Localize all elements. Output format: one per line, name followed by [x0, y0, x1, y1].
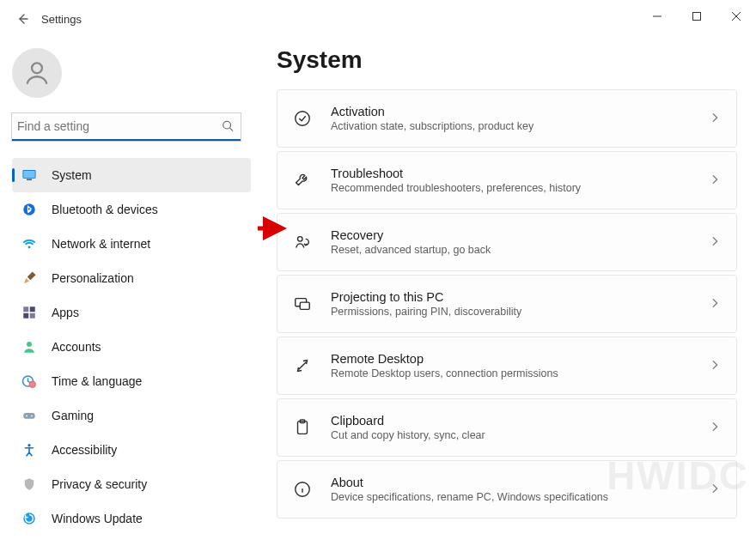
svg-point-12 [28, 246, 31, 248]
back-button[interactable] [5, 0, 40, 38]
setting-subtitle: Activation state, subscriptions, product… [331, 120, 690, 132]
sidebar-item-label: Accounts [52, 340, 101, 354]
sidebar-item-label: Personalization [52, 271, 134, 285]
back-arrow-icon [15, 12, 29, 26]
setting-text: Activation Activation state, subscriptio… [331, 105, 690, 132]
setting-clipboard[interactable]: Clipboard Cut and copy history, sync, cl… [277, 398, 737, 457]
troubleshoot-icon [293, 171, 312, 190]
search-icon [222, 120, 234, 135]
main-content: System Activation Activation state, subs… [258, 38, 756, 540]
setting-remote-desktop[interactable]: Remote Desktop Remote Desktop users, con… [277, 337, 737, 395]
svg-point-19 [29, 381, 36, 388]
svg-rect-15 [23, 313, 28, 319]
setting-title: Projecting to this PC [331, 290, 690, 304]
sidebar-item-label: Network & internet [52, 237, 150, 251]
svg-line-7 [230, 128, 234, 131]
svg-rect-2 [693, 13, 701, 21]
setting-subtitle: Permissions, pairing PIN, discoverabilit… [331, 306, 690, 318]
setting-about[interactable]: About Device specifications, rename PC, … [277, 460, 737, 519]
setting-subtitle: Device specifications, rename PC, Window… [331, 491, 690, 503]
setting-text: Projecting to this PC Permissions, pairi… [331, 290, 690, 318]
window-controls [637, 8, 756, 30]
svg-rect-9 [23, 171, 35, 178]
projecting-icon [293, 294, 312, 313]
recovery-icon [293, 233, 312, 252]
svg-rect-10 [27, 179, 32, 181]
sidebar-item-label: Accessibility [52, 443, 117, 457]
page-title: System [277, 46, 737, 74]
sidebar-item-label: Gaming [52, 409, 94, 422]
svg-rect-28 [300, 302, 309, 309]
svg-rect-13 [23, 306, 28, 312]
svg-rect-14 [30, 306, 35, 312]
sidebar-item-accounts[interactable]: Accounts [12, 330, 251, 364]
svg-point-25 [296, 112, 310, 126]
sidebar-item-label: Windows Update [52, 512, 143, 525]
sidebar-item-personalization[interactable]: Personalization [12, 261, 251, 295]
svg-point-17 [27, 342, 32, 347]
setting-troubleshoot[interactable]: Troubleshoot Recommended troubleshooters… [277, 151, 737, 209]
chevron-right-icon [709, 482, 721, 497]
setting-text: Clipboard Cut and copy history, sync, cl… [331, 414, 690, 441]
minimize-icon [653, 12, 662, 21]
setting-subtitle: Recommended troubleshooters, preferences… [331, 182, 690, 194]
activation-icon [293, 109, 312, 128]
sidebar-item-system[interactable]: System [12, 158, 251, 192]
titlebar: Settings [0, 0, 756, 38]
shield-icon [21, 476, 38, 493]
sidebar-item-label: System [52, 168, 92, 182]
svg-point-23 [27, 444, 30, 446]
setting-title: About [331, 476, 690, 489]
sidebar-item-time-language[interactable]: Time & language [12, 364, 251, 398]
sidebar-item-bluetooth-devices[interactable]: Bluetooth & devices [12, 192, 251, 227]
svg-point-26 [298, 237, 303, 242]
sidebar-item-accessibility[interactable]: Accessibility [12, 433, 251, 467]
setting-text: Troubleshoot Recommended troubleshooters… [331, 167, 690, 194]
maximize-button[interactable] [677, 3, 716, 30]
svg-point-22 [31, 415, 33, 416]
svg-rect-20 [23, 413, 35, 419]
sidebar-item-windows-update[interactable]: Windows Update [12, 501, 251, 536]
avatar[interactable] [12, 48, 62, 98]
svg-point-21 [26, 415, 27, 416]
close-icon [732, 12, 741, 21]
person-icon [21, 338, 38, 355]
gamepad-icon [21, 407, 38, 424]
maximize-icon [692, 12, 701, 21]
update-icon [21, 510, 38, 527]
sidebar-item-privacy-security[interactable]: Privacy & security [12, 467, 251, 501]
sidebar-item-label: Privacy & security [52, 477, 147, 491]
search-wrap [12, 113, 241, 141]
chevron-right-icon [709, 421, 721, 435]
sidebar: SystemBluetooth & devicesNetwork & inter… [0, 38, 258, 540]
setting-title: Remote Desktop [331, 352, 690, 366]
setting-recovery[interactable]: Recovery Reset, advanced startup, go bac… [277, 213, 737, 271]
svg-point-11 [23, 203, 35, 215]
chevron-right-icon [709, 173, 721, 188]
nav-list: SystemBluetooth & devicesNetwork & inter… [12, 158, 251, 536]
close-button[interactable] [716, 3, 756, 30]
wifi-icon [21, 235, 38, 252]
sidebar-item-network-internet[interactable]: Network & internet [12, 227, 251, 261]
chevron-right-icon [709, 297, 721, 312]
setting-activation[interactable]: Activation Activation state, subscriptio… [277, 89, 737, 148]
svg-point-6 [223, 121, 231, 129]
clock-globe-icon [21, 373, 38, 390]
search-input[interactable] [12, 113, 241, 141]
minimize-button[interactable] [637, 3, 677, 30]
setting-subtitle: Cut and copy history, sync, clear [331, 429, 690, 441]
setting-text: Recovery Reset, advanced startup, go bac… [331, 228, 690, 256]
apps-icon [21, 304, 38, 321]
setting-projecting-to-this-pc[interactable]: Projecting to this PC Permissions, pairi… [277, 275, 737, 333]
setting-text: Remote Desktop Remote Desktop users, con… [331, 352, 690, 379]
setting-title: Troubleshoot [331, 167, 690, 180]
setting-title: Activation [331, 105, 690, 118]
sidebar-item-gaming[interactable]: Gaming [12, 398, 251, 433]
bluetooth-icon [21, 201, 38, 218]
sidebar-item-label: Bluetooth & devices [52, 203, 158, 216]
window-title: Settings [41, 13, 82, 26]
setting-subtitle: Remote Desktop users, connection permiss… [331, 367, 690, 379]
svg-rect-16 [30, 313, 35, 319]
sidebar-item-apps[interactable]: Apps [12, 295, 251, 330]
chevron-right-icon [709, 112, 721, 126]
